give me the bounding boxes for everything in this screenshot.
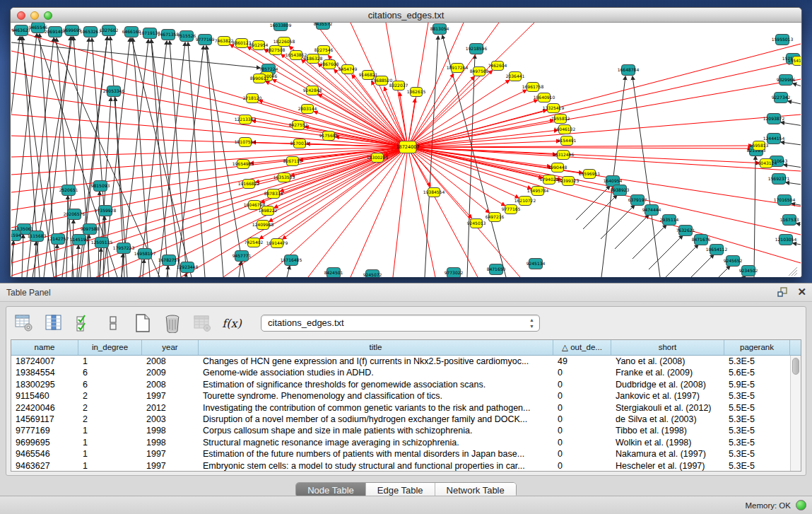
- citation-edge-black: [35, 242, 36, 277]
- table-cell: 2009: [142, 367, 199, 378]
- citation-edge-red: [408, 147, 478, 277]
- resize-grip-icon[interactable]: [792, 270, 797, 276]
- table-cell: Yano et al. (2008): [611, 356, 724, 367]
- citation-edge-black: [793, 243, 801, 247]
- graph-node-label: 15541082: [788, 58, 801, 63]
- graph-node-label: 10399323: [558, 178, 579, 183]
- graph-node-label: 19166822: [238, 181, 260, 186]
- graph-node-label: 8454749: [339, 66, 358, 71]
- citation-edge-black: [11, 42, 260, 68]
- table-row[interactable]: 1830029562008Estimation of significance …: [11, 379, 801, 390]
- graph-node-label: 9457771: [233, 253, 252, 258]
- citation-edge-black: [632, 76, 660, 277]
- table-row[interactable]: 1938455462009Genome-wide association stu…: [11, 367, 801, 378]
- float-panel-icon[interactable]: [777, 286, 789, 298]
- window-titlebar[interactable]: citations_edges.txt: [11, 8, 801, 23]
- citation-edge-black: [781, 122, 801, 128]
- show-columns-button[interactable]: [43, 313, 64, 334]
- function-builder-button[interactable]: f(x): [221, 313, 242, 334]
- table-cell: Disruption of a novel member of a sodium…: [199, 414, 553, 425]
- citation-graph[interactable]: 9463627946554620691406969969510653267132…: [11, 23, 801, 277]
- table-row[interactable]: 977716911998Corpus callosum shape and si…: [11, 425, 801, 436]
- scrollbar-thumb[interactable]: [792, 358, 799, 375]
- column-header-year[interactable]: year: [142, 340, 199, 355]
- close-panel-icon[interactable]: ✕: [797, 286, 806, 298]
- table-cell: Tourette syndrome. Phenomenology and cla…: [199, 390, 553, 402]
- table-toolbar: f(x) citations_edges.txt ▲▼: [6, 307, 806, 339]
- citation-edge-red: [408, 62, 792, 147]
- table-cell: Franke et al. (2009): [611, 367, 724, 378]
- table-cell: 9699695: [11, 437, 78, 448]
- tab-node-table[interactable]: Node Table: [296, 483, 366, 497]
- table-cell: Changes of HCN gene expression and I(f) …: [199, 356, 553, 367]
- graph-node-label: 9329966: [777, 77, 796, 82]
- graph-node-label: 1595813: [750, 143, 769, 148]
- graph-node-label: 16648784: [618, 67, 640, 72]
- table-cell: Estimation of the future numbers of pati…: [199, 448, 553, 460]
- vertical-scrollbar[interactable]: [790, 356, 801, 471]
- graph-node-label: 19218596: [466, 46, 488, 51]
- graph-node-label: 1115683: [28, 233, 47, 238]
- network-window[interactable]: citations_edges.txt 94636279465546206914…: [10, 7, 802, 277]
- column-header-title[interactable]: title: [199, 340, 553, 355]
- network-canvas[interactable]: 9463627946554620691406969969510653267132…: [11, 23, 801, 277]
- table-panel-body: f(x) citations_edges.txt ▲▼ namein_degre…: [6, 306, 806, 476]
- table-row[interactable]: 2242004622012Investigating the contribut…: [11, 402, 801, 414]
- graph-node-label: 12103054: [775, 237, 797, 242]
- table-row[interactable]: 946554611997Estimation of the future num…: [11, 448, 801, 460]
- graph-node-label: 8186328: [304, 56, 323, 61]
- table-cell: 9115460: [11, 390, 78, 402]
- graph-node-label: 6794028: [540, 177, 559, 182]
- column-header-short[interactable]: short: [611, 340, 724, 355]
- combobox-arrows-icon: ▲▼: [529, 317, 534, 329]
- table-cell: 1: [78, 356, 142, 367]
- table-cell: 2003: [142, 414, 199, 425]
- citation-edge-black: [649, 235, 683, 269]
- table-row[interactable]: 946362711997Embryonic stem cells: a mode…: [11, 460, 801, 471]
- table-cell: 2: [78, 402, 142, 414]
- new-table-button[interactable]: [132, 313, 153, 334]
- table-combobox[interactable]: citations_edges.txt ▲▼: [261, 315, 540, 332]
- table-row[interactable]: 969969511998Structural magnetic resonanc…: [11, 437, 801, 448]
- delete-table-button[interactable]: [192, 313, 213, 334]
- tab-edge-table[interactable]: Edge Table: [366, 483, 435, 497]
- graph-node-label: 2935114: [660, 217, 679, 222]
- table-cell: 0: [553, 448, 611, 460]
- citation-edge-black: [664, 245, 698, 277]
- table-panel: Table Panel ✕: [0, 283, 812, 514]
- graph-node-label: 16210722: [514, 198, 536, 203]
- table-cell: 5.3E-5: [724, 425, 790, 436]
- resize-grip-icon[interactable]: [794, 273, 797, 276]
- column-header-name[interactable]: name: [11, 340, 78, 355]
- select-rows-button[interactable]: [73, 313, 94, 334]
- graph-node-label: 10654112: [706, 247, 728, 252]
- table-row[interactable]: 1456911722003Disruption of a novel membe…: [11, 414, 801, 425]
- graph-node-label: 8497568: [470, 69, 489, 74]
- graph-node-label: 9777165: [502, 206, 521, 211]
- table-mode-button[interactable]: [13, 313, 35, 334]
- citation-edge-red: [408, 23, 499, 147]
- delete-rows-button[interactable]: [162, 313, 183, 334]
- graph-node-label: 2718120: [243, 95, 262, 100]
- graph-node-label: 1167533: [780, 217, 799, 222]
- column-header-in-degree[interactable]: in_degree: [78, 340, 142, 355]
- table-row[interactable]: 1872400712008Changes of HCN gene express…: [11, 356, 801, 367]
- table-cell: 1998: [142, 437, 199, 448]
- graph-node-label: 18107554: [235, 139, 257, 144]
- citation-edge-black: [793, 83, 801, 91]
- column-header-out-de-[interactable]: △ out_de...: [553, 340, 611, 355]
- graph-node-label: 7425402: [245, 240, 264, 245]
- citation-edge-black: [632, 225, 666, 259]
- fx-icon: f(x): [222, 317, 241, 330]
- row-height-button[interactable]: [102, 313, 124, 334]
- graph-node-label: 8813054: [430, 26, 449, 31]
- tab-network-table[interactable]: Network Table: [435, 483, 516, 497]
- table-cell: Hescheler et al. (1997): [611, 460, 724, 471]
- table-cell: 5.3E-5: [724, 448, 790, 460]
- table-row[interactable]: 911546021997Tourette syndrome. Phenomeno…: [11, 390, 801, 402]
- table-cell: Jankovic et al. (1997): [611, 390, 724, 402]
- citation-edge-red: [11, 147, 408, 210]
- citation-edge-red: [408, 147, 520, 277]
- graph-node-label: 8267110: [283, 158, 302, 163]
- column-header-pagerank[interactable]: pagerank: [724, 340, 790, 355]
